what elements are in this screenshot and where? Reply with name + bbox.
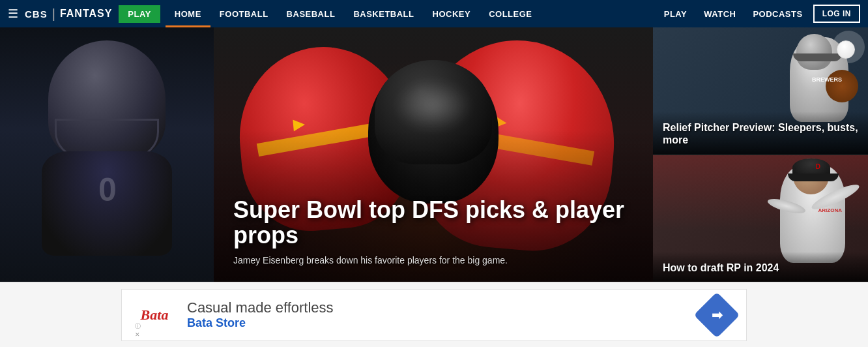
nav-watch-link[interactable]: WATCH (697, 9, 742, 19)
hero-title: Super Bowl top DFS picks & player props (233, 197, 633, 249)
logo-divider: | (52, 7, 55, 22)
hero-right-panel: BREWERS Relief Pitcher Preview: Sleepers… (653, 27, 868, 282)
site-logo[interactable]: CBS | FANTASY (25, 7, 112, 22)
hero-section: 0 ► ► (0, 27, 868, 282)
ad-info-icon[interactable]: ⓘ (135, 322, 141, 331)
sidebar-card-draft-rp[interactable]: D ARIZONA How to draft RP in 2024 (653, 155, 868, 282)
ad-container[interactable]: Bata ⓘ ✕ Casual made effortless Bata Sto… (121, 289, 747, 341)
ad-banner: Bata ⓘ ✕ Casual made effortless Bata Sto… (0, 282, 868, 347)
arrow-icon: ➡ (712, 307, 723, 323)
play-button[interactable]: PLAY (119, 5, 160, 23)
nav-link-basketball[interactable]: BASKETBALL (344, 0, 423, 27)
nav-right: PLAY WATCH PODCASTS LOG IN (658, 5, 860, 23)
bata-logo: Bata (141, 307, 169, 324)
ad-subtext[interactable]: Bata Store (187, 316, 687, 330)
nav-link-home[interactable]: HOME (166, 0, 210, 27)
ad-headline: Casual made effortless (187, 299, 687, 316)
ad-brand-icon: ➡ (694, 292, 740, 338)
nav-podcasts-link[interactable]: PODCASTS (746, 9, 809, 19)
ad-close-icon[interactable]: ✕ (135, 331, 141, 338)
fantasy-logo-text: FANTASY (60, 8, 112, 20)
nav-link-baseball[interactable]: BASEBALL (278, 0, 345, 27)
sidebar-bottom-title: How to draft RP in 2024 (663, 262, 779, 273)
sidebar-top-title: Relief Pitcher Preview: Sleepers, busts,… (663, 122, 858, 145)
nav-links: HOME FOOTBALL BASEBALL BASKETBALL HOCKEY… (166, 0, 542, 27)
nav-link-college[interactable]: COLLEGE (480, 0, 541, 27)
sidebar-bottom-overlay: How to draft RP in 2024 (653, 252, 868, 282)
ad-info-block[interactable]: ⓘ ✕ (135, 322, 141, 338)
hero-subtitle: Jamey Eisenberg breaks down his favorite… (233, 255, 633, 265)
cbs-logo-text: CBS (25, 8, 48, 20)
main-nav: ☰ CBS | FANTASY PLAY HOME FOOTBALL BASEB… (0, 0, 868, 27)
nav-left: ☰ CBS | FANTASY PLAY (8, 5, 160, 23)
nav-link-hockey[interactable]: HOCKEY (424, 0, 480, 27)
nav-link-football[interactable]: FOOTBALL (210, 0, 278, 27)
hamburger-menu[interactable]: ☰ (8, 7, 18, 21)
sidebar-top-overlay: Relief Pitcher Preview: Sleepers, busts,… (653, 112, 868, 154)
login-button[interactable]: LOG IN (813, 5, 860, 23)
ad-text: Casual made effortless Bata Store (187, 299, 687, 330)
hero-center-background: ► ► Super Bowl (214, 27, 653, 282)
nav-play-link[interactable]: PLAY (658, 9, 693, 19)
sidebar-card-relief-pitcher[interactable]: BREWERS Relief Pitcher Preview: Sleepers… (653, 27, 868, 155)
hero-left-panel: 0 (0, 27, 214, 282)
hero-center-panel[interactable]: ► ► Super Bowl (214, 27, 653, 282)
hero-text-block: Super Bowl top DFS picks & player props … (233, 197, 633, 265)
hero-left-background: 0 (0, 27, 214, 282)
